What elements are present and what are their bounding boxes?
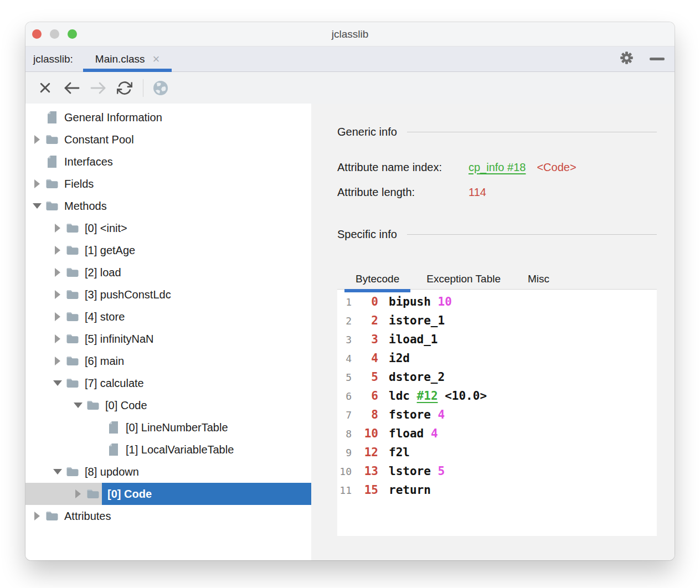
line-number: 7 <box>337 409 352 421</box>
expand-arrow-icon[interactable] <box>29 173 45 195</box>
bytecode-row: 55dstore_2 <box>337 368 657 386</box>
document-icon <box>47 155 58 168</box>
bytecode-row: 44i2d <box>337 349 657 368</box>
bytecode-offset: 2 <box>352 314 378 327</box>
tree-item-interfaces[interactable]: Interfaces <box>25 151 311 173</box>
folder-icon <box>86 399 100 411</box>
bytecode-offset: 15 <box>352 483 378 497</box>
line-number: 11 <box>337 484 352 496</box>
bytecode-offset: 6 <box>352 389 378 403</box>
tree-item-label: General Information <box>59 106 168 128</box>
mnemonic: ldc <box>389 389 410 403</box>
collapse-arrow-icon[interactable] <box>49 372 66 394</box>
expand-arrow-icon[interactable] <box>49 328 66 350</box>
close-icon <box>38 81 52 95</box>
tree-item-4-store[interactable]: [4] store <box>25 306 311 328</box>
tree-item-attributes[interactable]: Attributes <box>25 505 311 527</box>
folder-icon <box>45 510 59 522</box>
tab-close-icon[interactable]: × <box>153 53 160 65</box>
settings-gear-icon[interactable] <box>619 50 634 68</box>
expand-arrow-icon[interactable] <box>70 483 86 505</box>
tree-item-5-infinitynan[interactable]: [5] infinityNaN <box>25 328 311 350</box>
tree-item-label: [2] load <box>79 261 127 283</box>
attribute-length-label: Attribute length: <box>337 184 469 200</box>
expand-arrow-icon[interactable] <box>49 239 66 261</box>
globe-icon <box>152 80 169 96</box>
active-detail-tab-underline <box>344 289 410 292</box>
tree-item-general-information[interactable]: General Information <box>25 106 311 128</box>
tree-item-1-localvariabletable[interactable]: [1] LocalVariableTable <box>25 439 311 461</box>
tree-item-0-code[interactable]: [0] Code <box>25 483 311 505</box>
section-rule <box>407 234 657 235</box>
app-label: jclasslib: <box>33 53 73 65</box>
hide-panel-minus-icon[interactable] <box>650 58 665 60</box>
collapse-arrow-icon[interactable] <box>49 461 66 483</box>
tree-item-methods[interactable]: Methods <box>25 195 311 217</box>
tree-item-fields[interactable]: Fields <box>25 173 311 195</box>
attribute-length-value: 114 <box>469 186 486 199</box>
folder-icon <box>45 178 59 190</box>
detail-panel: Generic info Attribute name index: cp_in… <box>311 104 675 560</box>
expand-arrow-icon[interactable] <box>29 128 45 151</box>
close-file-button[interactable] <box>35 79 54 97</box>
tree-item-2-load[interactable]: [2] load <box>25 261 311 283</box>
tree-item-0-linenumbertable[interactable]: [0] LineNumberTable <box>25 416 311 439</box>
immediate-operand: 4 <box>438 408 445 421</box>
constant-pool-ref-link[interactable]: #12 <box>417 389 438 403</box>
tree-item-0-init[interactable]: [0] <init> <box>25 217 311 239</box>
expand-arrow-icon[interactable] <box>49 283 66 306</box>
mnemonic: return <box>389 483 431 497</box>
tree-item-label: [8] updown <box>79 461 145 483</box>
expand-arrow-icon[interactable] <box>49 261 66 283</box>
tree-item-3-pushconstldc[interactable]: [3] pushConstLdc <box>25 283 311 306</box>
tree-item-label: Fields <box>59 173 99 195</box>
collapse-arrow-icon[interactable] <box>70 394 86 416</box>
open-web-button[interactable] <box>151 79 170 97</box>
tab-label: Main.class <box>95 53 145 65</box>
collapse-arrow-icon[interactable] <box>29 195 45 217</box>
cp-info-link[interactable]: cp_info #18 <box>469 161 526 174</box>
tree-item-6-main[interactable]: [6] main <box>25 350 311 372</box>
folder-icon <box>66 266 79 278</box>
document-icon <box>108 421 119 434</box>
attribute-name-value: <Code> <box>537 161 576 174</box>
tab-misc[interactable]: Misc <box>517 269 560 289</box>
bytecode-row: 810fload 4 <box>337 424 657 443</box>
toggle-spacer <box>90 416 107 439</box>
bytecode-offset: 12 <box>352 446 378 459</box>
immediate-operand: 5 <box>438 465 445 478</box>
folder-icon <box>66 222 79 234</box>
bytecode-offset: 8 <box>352 408 378 421</box>
tree-item-0-code[interactable]: [0] Code <box>25 394 311 416</box>
instruction: i2d <box>389 352 410 365</box>
tree-item-1-getage[interactable]: [1] getAge <box>25 239 311 261</box>
toggle-spacer <box>29 106 45 128</box>
forward-button[interactable] <box>89 79 107 97</box>
instruction: return <box>389 483 431 497</box>
tab-exception-table[interactable]: Exception Table <box>415 269 512 289</box>
immediate-operand: 10 <box>438 295 452 308</box>
folder-icon <box>45 200 59 212</box>
back-button[interactable] <box>62 79 81 97</box>
instruction: fstore 4 <box>389 408 445 421</box>
expand-arrow-icon[interactable] <box>49 306 66 328</box>
tree-item-7-calculate[interactable]: [7] calculate <box>25 372 311 394</box>
refresh-icon <box>117 80 132 96</box>
tree-item-label: [5] infinityNaN <box>79 328 159 350</box>
reload-button[interactable] <box>115 79 134 97</box>
expand-arrow-icon[interactable] <box>29 505 45 527</box>
tree-item-constant-pool[interactable]: Constant Pool <box>25 128 311 151</box>
mnemonic: istore_1 <box>389 314 445 327</box>
class-structure-tree: General InformationConstant PoolInterfac… <box>25 104 311 560</box>
tab-bytecode[interactable]: Bytecode <box>344 269 410 289</box>
tree-item-8-updown[interactable]: [8] updown <box>25 461 311 483</box>
bytecode-offset: 5 <box>352 370 378 384</box>
mnemonic: dstore_2 <box>389 370 445 384</box>
line-number: 9 <box>337 447 352 458</box>
expand-arrow-icon[interactable] <box>49 217 66 239</box>
line-number: 3 <box>337 334 352 345</box>
expand-arrow-icon[interactable] <box>49 350 66 372</box>
mnemonic: f2l <box>389 446 410 459</box>
tab-main-class[interactable]: Main.class × <box>83 47 172 71</box>
folder-icon <box>66 288 79 301</box>
